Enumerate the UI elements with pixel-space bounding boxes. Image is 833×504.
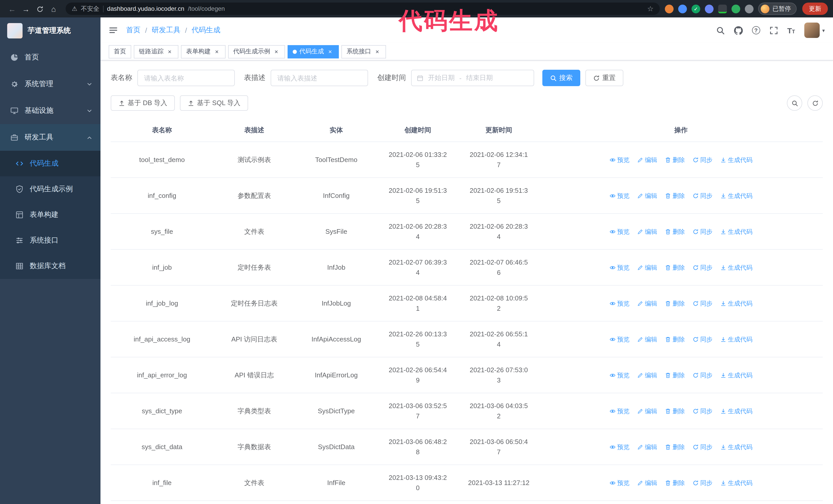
action-delete[interactable]: 删除 bbox=[665, 263, 685, 272]
action-edit[interactable]: 编辑 bbox=[637, 370, 657, 380]
breadcrumb-item-home[interactable]: 首页 bbox=[126, 26, 140, 35]
search-toggle-button[interactable] bbox=[787, 95, 802, 111]
action-edit[interactable]: 编辑 bbox=[637, 442, 657, 452]
fullscreen-icon[interactable] bbox=[769, 26, 778, 34]
action-delete[interactable]: 删除 bbox=[665, 227, 685, 236]
sidebar-subitem[interactable]: 系统接口 bbox=[0, 227, 100, 253]
action-edit[interactable]: 编辑 bbox=[637, 478, 657, 487]
action-preview[interactable]: 预览 bbox=[610, 263, 629, 272]
back-button[interactable]: ← bbox=[5, 4, 19, 13]
user-avatar[interactable]: ▾ bbox=[804, 23, 825, 38]
action-preview[interactable]: 预览 bbox=[610, 335, 629, 344]
action-edit[interactable]: 编辑 bbox=[637, 191, 657, 200]
action-preview[interactable]: 预览 bbox=[610, 406, 629, 415]
action-edit[interactable]: 编辑 bbox=[637, 227, 657, 236]
action-sync[interactable]: 同步 bbox=[693, 370, 713, 380]
action-sync[interactable]: 同步 bbox=[693, 478, 713, 487]
tag-item[interactable]: 表单构建× bbox=[181, 45, 225, 58]
action-preview[interactable]: 预览 bbox=[610, 155, 629, 164]
action-preview[interactable]: 预览 bbox=[610, 299, 629, 308]
sidebar-item[interactable]: 首页 bbox=[0, 44, 100, 71]
app-logo[interactable]: 芋道管理系统 bbox=[0, 18, 100, 44]
extension-icon[interactable] bbox=[705, 4, 714, 13]
action-generate-code[interactable]: 生成代码 bbox=[720, 227, 753, 236]
action-delete[interactable]: 删除 bbox=[665, 370, 685, 380]
date-range-picker[interactable]: 开始日期 - 结束日期 bbox=[411, 70, 534, 86]
sidebar-subitem[interactable]: 表单构建 bbox=[0, 202, 100, 227]
action-sync[interactable]: 同步 bbox=[693, 191, 713, 200]
action-generate-code[interactable]: 生成代码 bbox=[720, 406, 753, 415]
extension-icon[interactable] bbox=[678, 4, 687, 13]
extension-icon[interactable] bbox=[718, 4, 727, 13]
action-sync[interactable]: 同步 bbox=[693, 155, 713, 164]
tag-item[interactable]: 首页 bbox=[109, 45, 131, 58]
action-preview[interactable]: 预览 bbox=[610, 370, 629, 380]
action-generate-code[interactable]: 生成代码 bbox=[720, 478, 753, 487]
table-desc-input[interactable] bbox=[271, 70, 368, 86]
action-edit[interactable]: 编辑 bbox=[637, 299, 657, 308]
action-generate-code[interactable]: 生成代码 bbox=[720, 370, 753, 380]
tag-item[interactable]: 代码生成× bbox=[288, 45, 339, 58]
action-edit[interactable]: 编辑 bbox=[637, 263, 657, 272]
action-preview[interactable]: 预览 bbox=[610, 227, 629, 236]
home-button[interactable]: ⌂ bbox=[47, 4, 61, 13]
tag-close-icon[interactable]: × bbox=[327, 48, 334, 55]
action-delete[interactable]: 删除 bbox=[665, 155, 685, 164]
tag-item[interactable]: 链路追踪× bbox=[134, 45, 178, 58]
breadcrumb-item-tools[interactable]: 研发工具 bbox=[152, 26, 181, 35]
action-sync[interactable]: 同步 bbox=[693, 299, 713, 308]
action-edit[interactable]: 编辑 bbox=[637, 406, 657, 415]
font-size-icon[interactable]: TT bbox=[787, 26, 795, 34]
github-icon[interactable] bbox=[734, 26, 742, 34]
action-generate-code[interactable]: 生成代码 bbox=[720, 299, 753, 308]
action-edit[interactable]: 编辑 bbox=[637, 335, 657, 344]
extension-icon[interactable]: ✓ bbox=[691, 4, 700, 13]
tag-close-icon[interactable]: × bbox=[213, 48, 220, 55]
action-generate-code[interactable]: 生成代码 bbox=[720, 191, 753, 200]
action-edit[interactable]: 编辑 bbox=[637, 155, 657, 164]
refresh-table-button[interactable] bbox=[807, 95, 823, 111]
hamburger-icon[interactable] bbox=[109, 26, 118, 35]
search-icon[interactable] bbox=[716, 26, 724, 34]
help-icon[interactable]: ? bbox=[752, 26, 760, 34]
chrome-update-button[interactable]: 更新 bbox=[802, 3, 828, 15]
import-db-button[interactable]: 基于 DB 导入 bbox=[111, 95, 175, 111]
address-bar[interactable]: ⚠ 不安全 dashboard.yudao.iocoder.cn /tool/c… bbox=[66, 3, 660, 15]
tag-close-icon[interactable]: × bbox=[374, 48, 381, 55]
action-delete[interactable]: 删除 bbox=[665, 299, 685, 308]
action-generate-code[interactable]: 生成代码 bbox=[720, 335, 753, 344]
action-preview[interactable]: 预览 bbox=[610, 478, 629, 487]
extension-icon[interactable] bbox=[732, 4, 740, 13]
search-button[interactable]: 搜索 bbox=[542, 70, 580, 86]
tag-item[interactable]: 代码生成示例× bbox=[228, 45, 285, 58]
action-delete[interactable]: 删除 bbox=[665, 335, 685, 344]
puzzle-extensions-icon[interactable] bbox=[745, 4, 754, 13]
action-generate-code[interactable]: 生成代码 bbox=[720, 442, 753, 452]
table-name-input[interactable] bbox=[137, 70, 235, 86]
action-sync[interactable]: 同步 bbox=[693, 263, 713, 272]
action-preview[interactable]: 预览 bbox=[610, 191, 629, 200]
action-sync[interactable]: 同步 bbox=[693, 227, 713, 236]
sidebar-subitem[interactable]: 数据库文档 bbox=[0, 253, 100, 279]
profile-paused-badge[interactable]: 已暂停 bbox=[758, 3, 796, 15]
sidebar-subitem[interactable]: 代码生成示例 bbox=[0, 176, 100, 202]
action-delete[interactable]: 删除 bbox=[665, 478, 685, 487]
sidebar-item[interactable]: 研发工具 bbox=[0, 124, 100, 151]
action-delete[interactable]: 删除 bbox=[665, 191, 685, 200]
reset-button[interactable]: 重置 bbox=[586, 70, 623, 86]
tag-close-icon[interactable]: × bbox=[166, 48, 173, 55]
tag-item[interactable]: 系统接口× bbox=[341, 45, 386, 58]
action-delete[interactable]: 删除 bbox=[665, 442, 685, 452]
action-sync[interactable]: 同步 bbox=[693, 442, 713, 452]
action-delete[interactable]: 删除 bbox=[665, 406, 685, 415]
action-generate-code[interactable]: 生成代码 bbox=[720, 263, 753, 272]
sidebar-subitem[interactable]: 代码生成 bbox=[0, 151, 100, 176]
reload-button[interactable] bbox=[33, 4, 47, 13]
action-preview[interactable]: 预览 bbox=[610, 442, 629, 452]
action-sync[interactable]: 同步 bbox=[693, 335, 713, 344]
forward-button[interactable]: → bbox=[19, 4, 33, 13]
sidebar-item[interactable]: 基础设施 bbox=[0, 97, 100, 124]
bookmark-star-icon[interactable]: ☆ bbox=[647, 5, 653, 13]
sidebar-item[interactable]: 系统管理 bbox=[0, 71, 100, 97]
extension-icon[interactable] bbox=[665, 4, 673, 13]
